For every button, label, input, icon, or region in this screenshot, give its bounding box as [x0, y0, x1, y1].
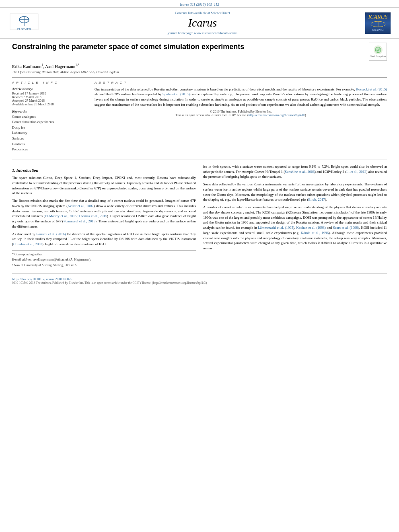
- body-right-column: ice in their spectra, with a surface wat…: [203, 164, 387, 269]
- sears-ref[interactable]: Sears et al. (1999): [333, 226, 359, 230]
- journal-header: ELSEVIER Contents lists available at Sci…: [0, 8, 399, 39]
- sunshine-ref[interactable]: Sunshine et al., 2006: [285, 170, 315, 174]
- abstract-column: A B S T R A C T Our interpretation of th…: [95, 81, 387, 156]
- kw-hardness: Hardness: [12, 142, 86, 147]
- info-abstract-row: A R T I C L E I N F O Article history: R…: [12, 81, 387, 156]
- keller-ref[interactable]: Keller et al., 2007: [68, 204, 93, 208]
- abstract-text: Our interpretation of the data returned …: [95, 87, 387, 107]
- bottom-section: https://doi.org/10.1016/j.icarus.2018.03…: [12, 273, 387, 285]
- kw-dusty-ice: Dusty ice: [12, 125, 86, 131]
- abstract-label: A B S T R A C T: [95, 81, 387, 84]
- issn-license-line: 0019-1035/© 2018 The Authors. Published …: [12, 281, 387, 285]
- kw-comet-analogues: Comet analogues: [12, 114, 86, 120]
- kw-porous-ices: Porous ices: [12, 147, 86, 152]
- footnote-corresponding: * Corresponding author.: [12, 252, 196, 257]
- kw-laboratory: Laboratory: [12, 130, 86, 136]
- journal-homepage: journal homepage: www.elsevier.com/locat…: [40, 31, 365, 35]
- journal-name: Icarus: [40, 16, 365, 29]
- el-maarry-ref[interactable]: El-Maarry et al., 2015: [45, 214, 76, 218]
- available-date: Available online 28 March 2018: [12, 103, 86, 106]
- coradini-ref[interactable]: Coradini et al., 2007: [13, 242, 42, 246]
- accepted-date: Accepted 27 March 2018: [12, 99, 86, 103]
- body-columns: 1. Introduction The space missions Giott…: [12, 164, 387, 269]
- divider-bottom: [12, 160, 387, 160]
- history-label: Article history:: [12, 87, 86, 91]
- right-para-2: Some data collected by the various Roset…: [203, 182, 387, 202]
- footnotes: * Corresponding author. E-mail address: …: [12, 250, 196, 268]
- affiliation: The Open University, Walton Hall, Milton…: [12, 70, 387, 74]
- intro-section-title: 1. Introduction: [12, 167, 196, 173]
- intro-para-2: The Rosetta mission also marks the first…: [12, 198, 196, 229]
- svg-text:ELSEVIER: ELSEVIER: [17, 28, 31, 31]
- open-access-line: This is an open access article under the…: [95, 113, 387, 117]
- kw-comet-sim: Comet simulation experiments: [12, 119, 86, 125]
- kochan-ref[interactable]: Kochan et al. (1998): [296, 226, 326, 230]
- thomas-ref[interactable]: Thomas et al., 2015: [78, 214, 107, 218]
- article-info-column: A R T I C L E I N F O Article history: R…: [12, 81, 86, 156]
- intro-para-1: The space missions Giotto, Deep Space 1,…: [12, 175, 196, 196]
- right-para-1: ice in their spectra, with a surface wat…: [203, 164, 387, 179]
- elsevier-logo: ELSEVIER: [8, 12, 40, 35]
- kossacki-ref[interactable]: Kossacki et al. (2015): [356, 87, 387, 91]
- check-updates-label: Check for updates: [370, 55, 386, 58]
- komle-ref[interactable]: Kömle et al., 1996: [301, 231, 329, 235]
- authors: Erika Kaufmann1, Axel Hagermann1,*: [12, 63, 387, 69]
- barucci-ref[interactable]: Barucci et al. (2016): [36, 232, 66, 236]
- body-left-column: 1. Introduction The space missions Giott…: [12, 164, 196, 269]
- keywords-group: Keywords: Comet analogues Comet simulati…: [12, 109, 86, 152]
- journal-ref-bar: Icarus 311 (2018) 105–112: [0, 0, 399, 8]
- footnote-affiliation: ¹ Now at University of Stirling, Stirlin…: [12, 263, 196, 268]
- received-date: Received 17 January 2018: [12, 92, 86, 95]
- doi-anchor[interactable]: https://doi.org/10.1016/j.icarus.2018.03…: [12, 277, 72, 281]
- check-updates-icon: [374, 45, 383, 54]
- icarus-logo: ICARUS JOURNAL: [365, 12, 391, 34]
- keyword-list: Comet analogues Comet simulation experim…: [12, 114, 86, 152]
- title-section: Constraining the parameter space of come…: [12, 43, 387, 61]
- cc-license-link[interactable]: http://creativecommons.org/licenses/by/4…: [249, 113, 305, 117]
- revised-date: Revised 7 March 2018: [12, 95, 86, 99]
- svg-point-8: [375, 47, 381, 53]
- footnote-email: E-mail address: axel.hagermann@stir.ac.u…: [12, 257, 196, 262]
- birch-ref[interactable]: Birch, 2017: [308, 197, 325, 201]
- divider-top: [12, 77, 387, 78]
- intro-para-3: As discussed by Barucci et al. (2016) th…: [12, 232, 196, 247]
- doi-link: https://doi.org/10.1016/j.icarus.2018.03…: [12, 277, 387, 281]
- check-updates-box: Check for updates: [369, 43, 387, 61]
- keywords-label: Keywords:: [12, 109, 86, 113]
- main-content: Constraining the parameter space of come…: [0, 39, 399, 291]
- journal-center: Contents lists available at ScienceDirec…: [40, 11, 365, 35]
- article-title: Constraining the parameter space of come…: [12, 43, 365, 51]
- lammerzahl-ref[interactable]: Lämmerzahl et al. (1995): [258, 226, 294, 230]
- pommerol-ref[interactable]: Pommerol et al., 2015: [64, 219, 95, 223]
- email-link[interactable]: axel.hagermann@stir.ac.uk: [33, 258, 68, 261]
- journal-reference: Icarus 311 (2018) 105–112: [180, 2, 219, 6]
- spohn-ref[interactable]: Spohn et al. (2015): [162, 92, 190, 96]
- article-history-group: Article history: Received 17 January 201…: [12, 87, 86, 106]
- contents-available-text: Contents lists available at ScienceDirec…: [40, 11, 365, 15]
- article-info-label: A R T I C L E I N F O: [12, 81, 86, 84]
- right-para-3: A number of comet simulation experiments…: [203, 205, 387, 251]
- li-ref[interactable]: Li et al., 2013: [346, 170, 366, 174]
- kw-surfaces: Surfaces: [12, 136, 86, 142]
- copyright-line: © 2018 The Authors. Published by Elsevie…: [95, 110, 387, 113]
